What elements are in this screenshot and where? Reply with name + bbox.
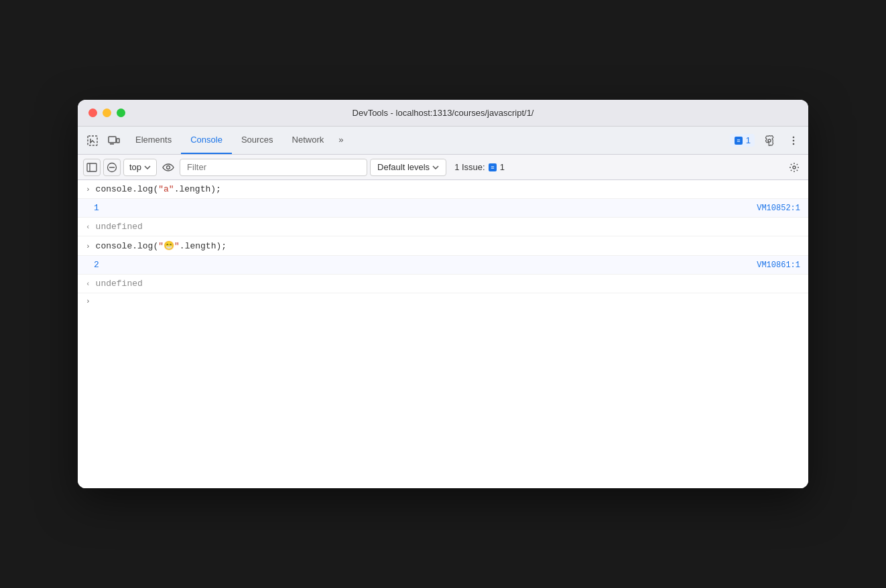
expand-arrow-icon[interactable]: ›	[86, 242, 90, 250]
console-row: ‹ undefined	[78, 275, 808, 293]
tab-more[interactable]: »	[333, 127, 349, 154]
live-expressions-icon[interactable]	[160, 159, 177, 176]
console-output-value: 2	[94, 260, 99, 270]
console-undefined-value: undefined	[96, 279, 143, 289]
console-prompt-row[interactable]: ›	[78, 293, 808, 309]
window-title: DevTools - localhost:1313/courses/javasc…	[353, 108, 534, 118]
code-text: .length);	[174, 184, 221, 194]
console-badge-count: 1	[746, 135, 751, 145]
clear-console-icon[interactable]	[103, 159, 121, 176]
console-source-link[interactable]: VM10852:1	[757, 204, 800, 213]
code-string: "😁"	[158, 241, 180, 251]
console-row: 1 VM10852:1	[78, 199, 808, 218]
console-undefined-value: undefined	[96, 222, 143, 232]
svg-point-8	[793, 143, 795, 145]
issue-prefix: 1 Issue:	[454, 162, 485, 172]
tab-sources[interactable]: Sources	[232, 127, 283, 154]
tab-elements[interactable]: Elements	[126, 127, 181, 154]
inspect-element-icon[interactable]	[83, 131, 102, 150]
code-string: "a"	[158, 184, 174, 194]
console-row: › console.log("😁".length);	[78, 236, 808, 256]
console-output: › console.log("a".length); 1 VM10852:1 ‹…	[78, 180, 808, 488]
console-row: › console.log("a".length);	[78, 180, 808, 199]
code-text: .length);	[180, 241, 227, 251]
title-bar: DevTools - localhost:1313/courses/javasc…	[78, 100, 808, 127]
more-options-icon[interactable]	[784, 131, 803, 150]
code-text: console.log(	[96, 184, 159, 194]
issue-chat-icon: ≡	[488, 163, 497, 172]
svg-rect-9	[87, 163, 97, 171]
return-arrow-icon: ‹	[86, 280, 90, 288]
expand-arrow-icon[interactable]: ›	[86, 186, 90, 194]
nav-tabs: Elements Console Sources Network »	[126, 127, 727, 154]
svg-text:≡: ≡	[491, 164, 494, 171]
prompt-arrow-icon: ›	[86, 297, 90, 305]
svg-point-13	[167, 165, 170, 169]
svg-rect-2	[117, 139, 119, 143]
nav-right: ≡ 1	[730, 131, 803, 150]
minimize-button[interactable]	[103, 108, 111, 117]
devtools-body: Elements Console Sources Network » ≡ 1	[78, 127, 808, 488]
svg-text:≡: ≡	[737, 137, 740, 144]
console-code: console.log("😁".length);	[96, 240, 800, 251]
responsive-icon[interactable]	[105, 131, 123, 150]
tab-console[interactable]: Console	[181, 127, 232, 154]
console-output-value: 1	[94, 203, 99, 213]
settings-gear-icon[interactable]	[760, 131, 779, 150]
svg-point-16	[793, 166, 796, 169]
sidebar-toggle-icon[interactable]	[83, 159, 101, 176]
svg-point-6	[793, 136, 795, 138]
return-arrow-icon: ‹	[86, 223, 90, 231]
filter-input[interactable]	[180, 159, 367, 176]
log-levels-button[interactable]: Default levels	[370, 159, 446, 176]
levels-chevron-icon	[432, 165, 439, 169]
console-code: console.log("a".length);	[96, 184, 800, 194]
log-levels-label: Default levels	[377, 162, 430, 172]
svg-point-7	[793, 139, 795, 141]
close-button[interactable]	[88, 108, 97, 117]
issue-badge: 1 Issue: ≡ 1	[449, 161, 510, 173]
issue-count: 1	[500, 162, 505, 172]
console-badge[interactable]: ≡ 1	[730, 134, 755, 147]
nav-bar: Elements Console Sources Network » ≡ 1	[78, 127, 808, 155]
maximize-button[interactable]	[117, 108, 125, 117]
console-source-link[interactable]: VM10861:1	[757, 261, 800, 270]
svg-rect-1	[109, 137, 116, 143]
traffic-lights	[88, 108, 125, 117]
console-row: ‹ undefined	[78, 218, 808, 236]
context-value: top	[129, 162, 141, 172]
devtools-window: DevTools - localhost:1313/courses/javasc…	[78, 100, 808, 488]
context-selector[interactable]: top	[123, 159, 157, 176]
chevron-down-icon	[144, 165, 151, 169]
tab-network[interactable]: Network	[283, 127, 334, 154]
console-settings-icon[interactable]	[785, 159, 803, 176]
console-toolbar: top Default levels	[78, 155, 808, 180]
code-text: console.log(	[96, 241, 159, 251]
console-row: 2 VM10861:1	[78, 256, 808, 275]
